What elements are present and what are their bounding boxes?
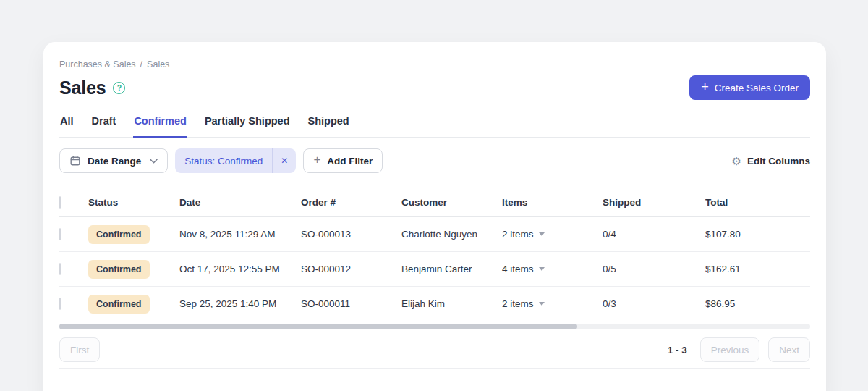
title-group: Sales ? xyxy=(59,77,125,98)
triangle-down-icon xyxy=(539,232,545,236)
status-badge: Confirmed xyxy=(88,295,150,314)
cell-shipped: 0/3 xyxy=(603,298,705,309)
cell-date: Nov 8, 2025 11:29 AM xyxy=(179,229,301,240)
next-page-button[interactable]: Next xyxy=(768,337,810,362)
triangle-down-icon xyxy=(539,267,545,271)
table-row[interactable]: Confirmed Nov 8, 2025 11:29 AM SO-000013… xyxy=(59,217,810,252)
triangle-down-icon xyxy=(539,302,545,306)
row-checkbox[interactable] xyxy=(59,263,61,275)
sales-card: Purchases & Sales / Sales Sales ? + Crea… xyxy=(43,42,826,391)
status-badge: Confirmed xyxy=(88,225,150,244)
table-row[interactable]: Confirmed Sep 25, 2025 1:40 PM SO-000011… xyxy=(59,287,810,321)
items-count: 4 items xyxy=(502,264,534,274)
filter-row: Date Range Status: Confirmed ✕ + Add Fil… xyxy=(59,148,810,173)
column-header-date[interactable]: Date xyxy=(179,197,301,208)
cell-order-number[interactable]: SO-000011 xyxy=(301,298,401,309)
column-header-items[interactable]: Items xyxy=(502,197,603,208)
tab-bar: All Draft Confirmed Partially Shipped Sh… xyxy=(59,115,810,138)
column-header-status[interactable]: Status xyxy=(88,197,179,208)
gear-icon: ⚙ xyxy=(732,156,741,167)
horizontal-scrollbar-thumb[interactable] xyxy=(59,324,577,329)
cell-shipped: 0/5 xyxy=(603,264,705,274)
close-icon: ✕ xyxy=(281,156,288,166)
cell-total: $86.95 xyxy=(705,298,810,309)
tab-confirmed[interactable]: Confirmed xyxy=(133,115,187,138)
column-header-shipped[interactable]: Shipped xyxy=(603,197,705,208)
breadcrumb-purchases-and-sales[interactable]: Purchases & Sales xyxy=(59,59,136,70)
title-row: Sales ? + Create Sales Order xyxy=(59,75,810,100)
cell-total: $162.61 xyxy=(705,264,810,274)
calendar-icon xyxy=(69,155,81,167)
items-dropdown[interactable]: 4 items xyxy=(502,264,545,274)
cell-order-number[interactable]: SO-000013 xyxy=(301,229,401,240)
sales-orders-table: Status Date Order # Customer Items Shipp… xyxy=(59,188,810,321)
row-checkbox[interactable] xyxy=(59,298,61,310)
first-page-button[interactable]: First xyxy=(59,337,100,362)
page-range-label: 1 - 3 xyxy=(668,345,687,356)
select-all-checkbox[interactable] xyxy=(59,196,61,209)
edit-columns-button[interactable]: ⚙ Edit Columns xyxy=(732,156,810,167)
tab-draft[interactable]: Draft xyxy=(91,115,117,138)
table-header-row: Status Date Order # Customer Items Shipp… xyxy=(59,188,810,217)
cell-date: Sep 25, 2025 1:40 PM xyxy=(179,298,301,309)
items-dropdown[interactable]: 2 items xyxy=(502,229,545,240)
status-chip-label: Status: Confirmed xyxy=(175,148,272,173)
edit-columns-label: Edit Columns xyxy=(747,156,810,167)
cell-order-number[interactable]: SO-000012 xyxy=(301,264,401,274)
cell-total: $107.80 xyxy=(705,229,810,240)
cell-customer: Elijah Kim xyxy=(401,298,502,309)
bottom-divider xyxy=(59,368,810,369)
add-filter-label: Add Filter xyxy=(327,156,373,167)
remove-status-filter-button[interactable]: ✕ xyxy=(272,148,296,173)
horizontal-scrollbar-track[interactable] xyxy=(59,324,810,329)
help-icon[interactable]: ? xyxy=(113,82,125,94)
page-title: Sales xyxy=(59,77,106,98)
row-checkbox[interactable] xyxy=(59,228,61,240)
cell-date: Oct 17, 2025 12:55 PM xyxy=(179,264,301,274)
plus-icon: + xyxy=(313,153,320,167)
date-range-label: Date Range xyxy=(88,156,141,167)
breadcrumb-sales[interactable]: Sales xyxy=(147,59,169,70)
breadcrumb: Purchases & Sales / Sales xyxy=(59,59,810,70)
create-sales-order-button[interactable]: + Create Sales Order xyxy=(689,75,810,100)
breadcrumb-separator: / xyxy=(140,59,142,70)
status-confirmed-filter-chip[interactable]: Status: Confirmed ✕ xyxy=(175,148,296,173)
column-header-order[interactable]: Order # xyxy=(301,197,401,208)
pagination-right: 1 - 3 Previous Next xyxy=(668,337,810,362)
create-sales-order-label: Create Sales Order xyxy=(715,83,799,93)
cell-customer: Charlotte Nguyen xyxy=(401,229,502,240)
table-row[interactable]: Confirmed Oct 17, 2025 12:55 PM SO-00001… xyxy=(59,252,810,287)
items-count: 2 items xyxy=(502,298,534,309)
column-header-customer[interactable]: Customer xyxy=(401,197,502,208)
status-badge: Confirmed xyxy=(88,260,150,279)
cell-customer: Benjamin Carter xyxy=(401,264,502,274)
column-header-total[interactable]: Total xyxy=(705,197,810,208)
cell-shipped: 0/4 xyxy=(603,229,705,240)
add-filter-button[interactable]: + Add Filter xyxy=(303,148,383,173)
previous-page-button[interactable]: Previous xyxy=(700,337,760,362)
tab-shipped[interactable]: Shipped xyxy=(307,115,350,138)
plus-icon: + xyxy=(701,80,709,93)
pagination: First 1 - 3 Previous Next xyxy=(59,337,810,362)
tab-partially-shipped[interactable]: Partially Shipped xyxy=(204,115,291,138)
date-range-dropdown[interactable]: Date Range xyxy=(59,148,168,173)
items-dropdown[interactable]: 2 items xyxy=(502,298,545,309)
chevron-down-icon xyxy=(150,159,158,164)
items-count: 2 items xyxy=(502,229,534,240)
tab-all[interactable]: All xyxy=(59,115,75,138)
